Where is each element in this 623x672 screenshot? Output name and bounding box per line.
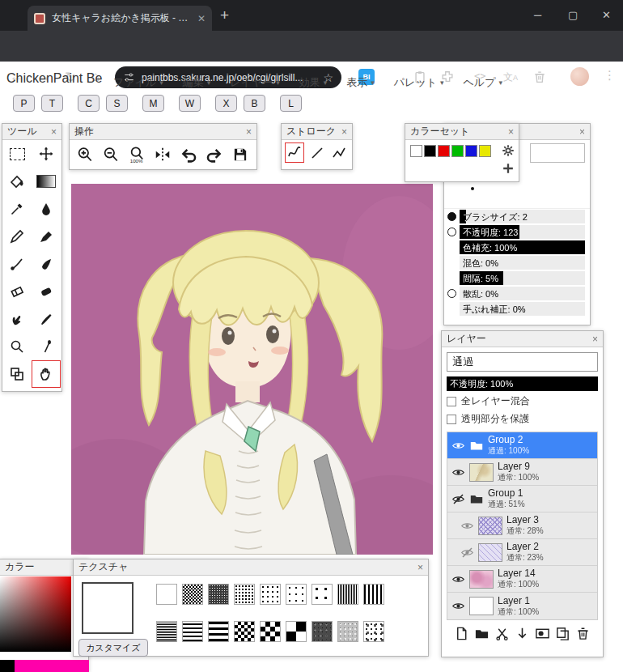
swatch-red[interactable]	[438, 145, 450, 157]
blend-slider[interactable]: 混色: 0%	[460, 256, 585, 270]
shortcut-l-button[interactable]: L	[280, 95, 302, 112]
menu-view[interactable]: 表示▾	[346, 75, 375, 90]
menu-palette[interactable]: パレット▾	[394, 75, 444, 90]
trash-extension-icon[interactable]	[532, 70, 547, 84]
stroke-freehand-button[interactable]	[285, 142, 304, 163]
hue-slider[interactable]	[15, 660, 89, 672]
layer-row-group2[interactable]: Group 2通過: 100%	[447, 432, 597, 459]
menu-file[interactable]: ファイル▾	[113, 75, 163, 90]
close-icon[interactable]: ×	[592, 334, 598, 345]
menu-effect[interactable]: 効果▾	[299, 75, 328, 90]
current-color-swatch[interactable]	[0, 660, 15, 672]
shortcut-t-button[interactable]: T	[41, 95, 63, 112]
eye-off-icon[interactable]	[460, 546, 474, 559]
tab-close-icon[interactable]: ✕	[197, 13, 206, 24]
eye-icon[interactable]	[460, 519, 474, 533]
layer-row-group1[interactable]: Group 1通過: 51%	[447, 486, 597, 513]
add-group-button[interactable]	[473, 625, 490, 641]
tool-dodge-burn[interactable]	[32, 333, 61, 360]
save-button[interactable]	[228, 142, 252, 167]
eye-icon[interactable]	[451, 466, 465, 479]
layer-row-layer1[interactable]: Layer 1通常: 100%	[447, 593, 597, 619]
brush-tip-scatter-icon[interactable]	[447, 289, 456, 298]
swatch-yellow[interactable]	[479, 145, 491, 157]
texture-checker-small[interactable]	[234, 621, 255, 642]
close-icon[interactable]: ×	[417, 562, 423, 573]
zoom-out-button[interactable]	[99, 142, 123, 167]
saturation-value-picker[interactable]	[0, 576, 71, 652]
move-layer-down-button[interactable]	[514, 625, 530, 641]
zoom-100-button[interactable]: 100%	[125, 142, 149, 167]
texture-hlines-medium[interactable]	[182, 621, 203, 642]
tool-smudge[interactable]	[2, 305, 32, 333]
eye-icon[interactable]	[451, 599, 465, 613]
shortcut-w-button[interactable]: W	[179, 95, 201, 112]
texture-dots-sparser[interactable]	[286, 584, 307, 605]
window-maximize-icon[interactable]: ▢	[568, 9, 578, 21]
layer-opacity-slider[interactable]: 不透明度: 100%	[447, 376, 598, 391]
tool-pen[interactable]	[32, 223, 61, 250]
redo-button[interactable]	[202, 142, 227, 167]
texture-halftone[interactable]	[363, 621, 384, 642]
current-texture-preview[interactable]	[82, 582, 134, 634]
colorset-settings-button[interactable]	[501, 143, 515, 158]
brush-tip-soft-icon[interactable]	[447, 228, 456, 236]
tool-paint-brush[interactable]	[32, 305, 61, 333]
close-icon[interactable]: ×	[508, 126, 514, 138]
tool-eraser[interactable]	[2, 278, 32, 305]
texture-hlines-thick[interactable]	[208, 621, 229, 642]
tool-blur[interactable]	[2, 333, 32, 360]
flip-horizontal-button[interactable]	[150, 142, 175, 167]
close-icon[interactable]: ×	[341, 126, 347, 138]
duplicate-layer-button[interactable]	[555, 625, 571, 641]
browser-menu-kebab-icon[interactable]: ⋮	[604, 68, 616, 83]
texture-dots-sparse[interactable]	[260, 584, 281, 605]
shortcut-s-button[interactable]: S	[106, 95, 128, 112]
texture-dots-dense[interactable]	[208, 584, 229, 605]
undo-button[interactable]	[176, 142, 201, 167]
merge-layer-button[interactable]	[494, 625, 510, 641]
browser-tab[interactable]: 女性キャラお絵かき掲示板 - Petit ✕	[28, 6, 212, 31]
eye-icon[interactable]	[451, 439, 465, 453]
swatch-green[interactable]	[451, 145, 464, 157]
sample-all-layers-checkbox[interactable]: 全レイヤー混合	[447, 393, 598, 409]
texture-checker-medium[interactable]	[260, 621, 281, 642]
zoom-in-button[interactable]	[73, 142, 97, 167]
close-icon[interactable]: ×	[579, 126, 585, 138]
tool-move[interactable]	[32, 140, 61, 168]
texture-noise-dark[interactable]	[312, 621, 333, 642]
close-icon[interactable]: ×	[51, 126, 57, 138]
spacing-slider[interactable]: 間隔: 5%	[460, 271, 585, 285]
stroke-line-button[interactable]	[307, 142, 326, 163]
delete-layer-button[interactable]	[575, 625, 591, 641]
tool-hand[interactable]	[32, 360, 61, 388]
blend-mode-select[interactable]: 通過	[447, 352, 598, 372]
new-tab-button[interactable]: +	[220, 6, 229, 24]
menu-help[interactable]: ヘルプ▾	[464, 75, 502, 90]
tool-blend[interactable]	[2, 360, 32, 388]
profile-avatar[interactable]	[570, 67, 589, 86]
tool-fill-bucket[interactable]	[2, 168, 32, 195]
swatch-black[interactable]	[424, 145, 436, 157]
tool-eyedropper[interactable]	[2, 195, 32, 223]
drawing-canvas[interactable]	[71, 184, 433, 555]
layer-row-layer9[interactable]: Layer 9通常: 100%	[447, 459, 597, 486]
color-charge-slider[interactable]: 色補充: 100%	[460, 240, 585, 254]
add-color-button[interactable]	[501, 161, 515, 176]
tool-fine-brush[interactable]	[2, 250, 32, 278]
add-layer-button[interactable]	[453, 625, 469, 641]
layer-row-layer3[interactable]: Layer 3通常: 28%	[447, 513, 597, 539]
eye-icon[interactable]	[451, 572, 465, 586]
translate-icon[interactable]: 文A	[503, 70, 518, 84]
lock-alpha-checkbox[interactable]: 透明部分を保護	[447, 411, 598, 427]
scatter-slider[interactable]: 散乱: 0%	[460, 287, 585, 300]
texture-plain[interactable]	[156, 584, 177, 605]
menu-layer[interactable]: レイヤー▾	[230, 75, 279, 90]
window-close-icon[interactable]: ✕	[602, 9, 611, 21]
add-mask-button[interactable]	[535, 625, 551, 641]
close-icon[interactable]: ×	[246, 126, 252, 138]
texture-checker-50[interactable]	[182, 584, 203, 605]
layer-row-layer14[interactable]: Layer 14通常: 100%	[447, 566, 597, 593]
swatch-white[interactable]	[410, 145, 422, 157]
tool-pencil[interactable]	[2, 223, 32, 250]
